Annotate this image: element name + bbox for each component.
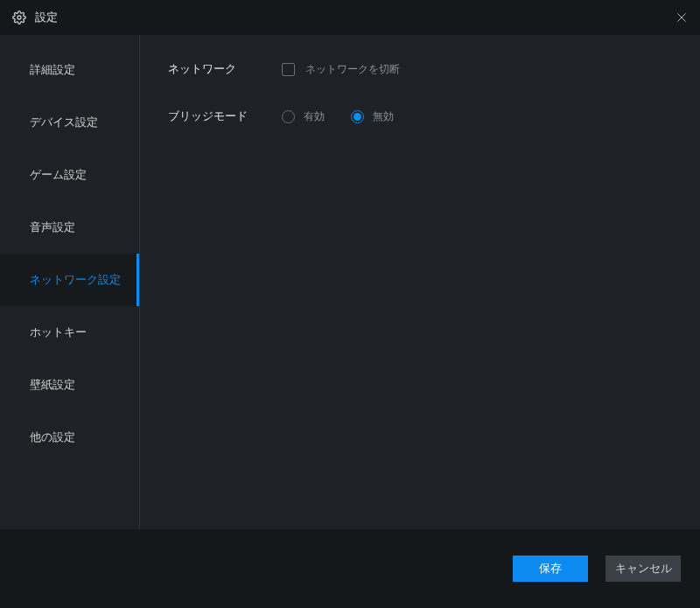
radio-inner-icon — [354, 113, 361, 121]
network-label: ネットワーク — [168, 61, 282, 77]
main-panel: ネットワーク ネットワークを切断 ブリッジモード 有効 無効 — [140, 35, 700, 529]
sidebar-item-label: 詳細設定 — [30, 62, 75, 78]
radio-icon — [282, 110, 295, 123]
save-button[interactable]: 保存 — [513, 556, 588, 582]
disconnect-checkbox-label: ネットワークを切断 — [305, 62, 400, 77]
sidebar-item-game[interactable]: ゲーム設定 — [0, 149, 139, 201]
bridge-radio-disable[interactable]: 無効 — [351, 109, 394, 124]
sidebar-item-label: ゲーム設定 — [30, 167, 87, 183]
sidebar-item-hotkey[interactable]: ホットキー — [0, 306, 139, 359]
bridge-radio-enable[interactable]: 有効 — [282, 109, 325, 124]
bridge-row: ブリッジモード 有効 無効 — [168, 108, 672, 124]
sidebar-item-label: 音声設定 — [30, 220, 75, 235]
gear-icon — [12, 10, 26, 24]
sidebar-item-label: 他の設定 — [30, 430, 75, 445]
sidebar-item-other[interactable]: 他の設定 — [0, 411, 139, 464]
radio-icon — [351, 110, 364, 123]
bridge-radio-group: 有効 無効 — [282, 109, 394, 124]
sidebar-item-advanced[interactable]: 詳細設定 — [0, 44, 139, 96]
bridge-radio-enable-label: 有効 — [304, 109, 325, 124]
footer: 保存 キャンセル — [0, 529, 700, 608]
titlebar: 設定 — [0, 0, 700, 35]
sidebar-item-label: デバイス設定 — [30, 115, 98, 130]
titlebar-left: 設定 — [12, 10, 58, 25]
bridge-label: ブリッジモード — [168, 108, 282, 124]
network-row: ネットワーク ネットワークを切断 — [168, 61, 672, 77]
sidebar-item-label: ホットキー — [30, 325, 87, 340]
disconnect-checkbox[interactable]: ネットワークを切断 — [282, 62, 400, 77]
cancel-button[interactable]: キャンセル — [606, 556, 681, 582]
bridge-radio-disable-label: 無効 — [373, 109, 394, 124]
window-title: 設定 — [35, 10, 58, 25]
sidebar: 詳細設定 デバイス設定 ゲーム設定 音声設定 ネットワーク設定 ホットキー 壁紙… — [0, 35, 140, 529]
sidebar-item-network[interactable]: ネットワーク設定 — [0, 254, 139, 306]
svg-point-0 — [18, 16, 21, 19]
sidebar-item-label: ネットワーク設定 — [30, 272, 121, 288]
sidebar-item-wallpaper[interactable]: 壁紙設定 — [0, 359, 139, 411]
body: 詳細設定 デバイス設定 ゲーム設定 音声設定 ネットワーク設定 ホットキー 壁紙… — [0, 35, 700, 529]
sidebar-item-audio[interactable]: 音声設定 — [0, 201, 139, 254]
checkbox-box-icon — [282, 63, 295, 76]
sidebar-item-label: 壁紙設定 — [30, 377, 75, 393]
sidebar-item-device[interactable]: デバイス設定 — [0, 96, 139, 149]
close-icon[interactable] — [676, 11, 688, 24]
